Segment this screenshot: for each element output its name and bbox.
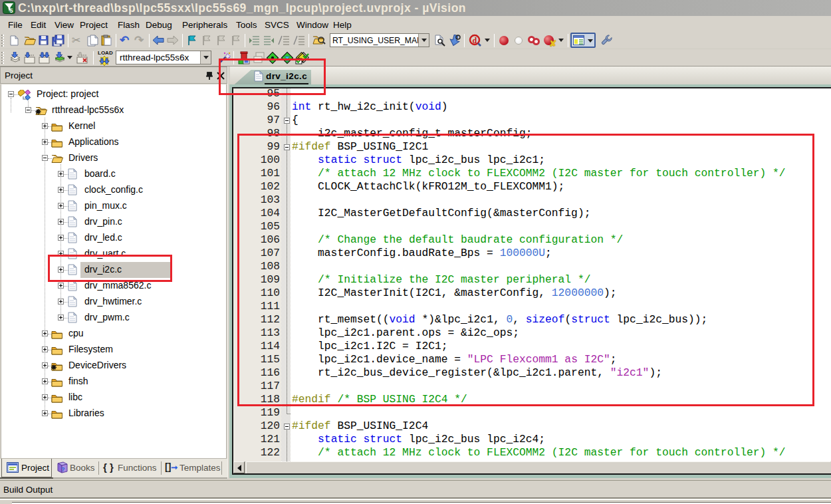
svg-text:5: 5 bbox=[10, 7, 13, 14]
svg-text:d: d bbox=[473, 36, 477, 45]
svg-text:?: ? bbox=[61, 466, 65, 473]
